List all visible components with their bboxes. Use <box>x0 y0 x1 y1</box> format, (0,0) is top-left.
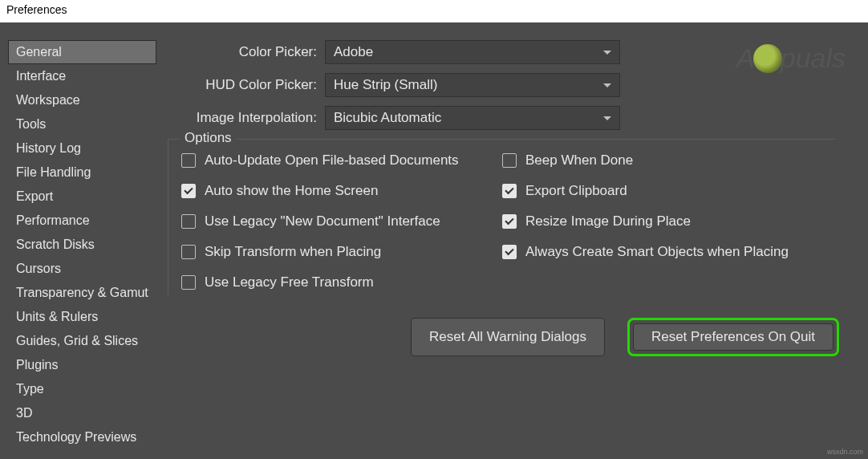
sidebar-item-label: File Handling <box>16 165 91 180</box>
checkbox-icon <box>502 245 517 259</box>
label-image-interpolation: Image Interpolation: <box>156 110 325 126</box>
checkbox-legacy-new-document[interactable]: Use Legacy "New Document" Interface <box>181 213 502 229</box>
checkbox-beep-when-done[interactable]: Beep When Done <box>502 152 822 169</box>
watermark-text-post: puals <box>781 43 846 74</box>
sidebar-item-interface[interactable]: Interface <box>8 64 156 88</box>
label-hud-color-picker: HUD Color Picker: <box>156 77 325 93</box>
dropdown-color-picker[interactable]: Adobe <box>325 40 620 64</box>
sidebar-item-label: History Log <box>16 141 81 156</box>
sidebar-item-performance[interactable]: Performance <box>8 209 156 233</box>
sidebar-item-label: Guides, Grid & Slices <box>16 334 138 348</box>
checkbox-icon <box>181 245 196 259</box>
checkbox-icon <box>181 214 196 229</box>
watermark-icon <box>753 44 782 73</box>
checkbox-export-clipboard[interactable]: Export Clipboard <box>502 183 822 199</box>
sidebar-item-scratch-disks[interactable]: Scratch Disks <box>8 233 156 257</box>
sidebar-item-label: Units & Rulers <box>16 310 98 324</box>
sidebar-item-label: Plugins <box>16 358 58 372</box>
options-fieldset: Options Auto-Update Open File-based Docu… <box>168 139 835 295</box>
checkbox-label: Resize Image During Place <box>525 213 691 229</box>
options-grid: Auto-Update Open File-based Documents Be… <box>181 152 822 290</box>
checkbox-label: Auto show the Home Screen <box>205 183 378 199</box>
checkbox-create-smart-objects[interactable]: Always Create Smart Objects when Placing <box>502 244 822 260</box>
sidebar-item-workspace[interactable]: Workspace <box>8 88 156 112</box>
row-image-interpolation: Image Interpolation: Bicubic Automatic <box>156 106 858 130</box>
sidebar-item-export[interactable]: Export <box>8 185 156 209</box>
checkbox-label: Beep When Done <box>525 152 633 169</box>
checkbox-label: Use Legacy Free Transform <box>205 274 374 290</box>
checkbox-icon <box>181 275 196 290</box>
sidebar-item-cursors[interactable]: Cursors <box>8 257 156 281</box>
sidebar-item-units-rulers[interactable]: Units & Rulers <box>8 305 156 329</box>
sidebar-item-label: Cursors <box>16 262 61 276</box>
sidebar: General Interface Workspace Tools Histor… <box>0 22 156 459</box>
checkbox-label: Auto-Update Open File-based Documents <box>205 152 459 169</box>
reset-warnings-button[interactable]: Reset All Warning Dialogs <box>411 318 605 356</box>
checkbox-legacy-free-transform[interactable]: Use Legacy Free Transform <box>181 274 502 290</box>
checkbox-resize-during-place[interactable]: Resize Image During Place <box>502 213 822 229</box>
button-row: Reset All Warning Dialogs Reset Preferen… <box>156 318 858 356</box>
checkmark-icon <box>505 246 513 255</box>
checkbox-label: Always Create Smart Objects when Placing <box>525 244 789 260</box>
sidebar-item-label: Export <box>16 189 53 204</box>
sidebar-item-history-log[interactable]: History Log <box>8 136 156 160</box>
checkbox-icon <box>181 153 196 168</box>
sidebar-item-label: Interface <box>16 69 66 83</box>
sidebar-item-type[interactable]: Type <box>8 377 156 401</box>
preferences-window: Preferences General Interface Workspace … <box>0 0 868 459</box>
chevron-down-icon <box>603 83 611 87</box>
sidebar-item-tools[interactable]: Tools <box>8 112 156 136</box>
sidebar-item-label: Scratch Disks <box>16 238 95 252</box>
sidebar-item-technology-previews[interactable]: Technology Previews <box>8 425 156 449</box>
dropdown-value: Bicubic Automatic <box>334 110 441 126</box>
sidebar-item-label: 3D <box>16 406 32 420</box>
checkbox-auto-update-documents[interactable]: Auto-Update Open File-based Documents <box>181 152 502 169</box>
dropdown-image-interpolation[interactable]: Bicubic Automatic <box>325 106 620 130</box>
row-hud-color-picker: HUD Color Picker: Hue Strip (Small) <box>156 73 858 97</box>
chevron-down-icon <box>603 116 611 120</box>
checkbox-icon <box>502 214 517 229</box>
checkbox-auto-show-home[interactable]: Auto show the Home Screen <box>181 183 502 199</box>
highlight-box: Reset Preferences On Quit <box>627 318 839 356</box>
checkbox-label: Use Legacy "New Document" Interface <box>205 213 440 229</box>
titlebar: Preferences <box>0 0 868 22</box>
sidebar-item-label: Workspace <box>16 93 80 108</box>
watermark-text-pre: A <box>736 43 755 74</box>
sidebar-item-label: Type <box>16 382 44 396</box>
sidebar-item-label: Technology Previews <box>16 430 136 445</box>
sidebar-item-file-handling[interactable]: File Handling <box>8 160 156 185</box>
dropdown-hud-color-picker[interactable]: Hue Strip (Small) <box>325 73 620 97</box>
window-title: Preferences <box>6 3 67 16</box>
watermark-logo: A puals <box>736 43 846 74</box>
dropdown-value: Hue Strip (Small) <box>334 77 437 93</box>
sidebar-item-general[interactable]: General <box>8 40 156 64</box>
main-panel: A puals Color Picker: Adobe HUD Color Pi… <box>156 22 868 459</box>
window-body: General Interface Workspace Tools Histor… <box>0 22 868 459</box>
label-color-picker: Color Picker: <box>156 44 325 60</box>
sidebar-item-label: Tools <box>16 117 46 132</box>
checkmark-icon <box>505 216 513 225</box>
checkmark-icon <box>505 185 513 194</box>
sidebar-item-label: Performance <box>16 213 90 228</box>
dropdown-value: Adobe <box>334 44 373 60</box>
reset-preferences-button[interactable]: Reset Preferences On Quit <box>633 323 834 351</box>
checkbox-skip-transform-placing[interactable]: Skip Transform when Placing <box>181 244 502 260</box>
checkbox-icon <box>502 184 517 198</box>
chevron-down-icon <box>603 51 611 55</box>
sidebar-item-label: General <box>16 45 62 59</box>
sidebar-item-plugins[interactable]: Plugins <box>8 353 156 377</box>
options-legend: Options <box>180 130 237 146</box>
checkbox-icon <box>181 184 196 198</box>
checkmark-icon <box>184 185 193 194</box>
checkbox-icon <box>502 153 517 168</box>
sidebar-item-transparency-gamut[interactable]: Transparency & Gamut <box>8 281 156 305</box>
sidebar-item-guides-grid-slices[interactable]: Guides, Grid & Slices <box>8 329 156 353</box>
checkbox-label: Skip Transform when Placing <box>205 244 381 260</box>
checkbox-label: Export Clipboard <box>525 183 627 199</box>
sidebar-item-3d[interactable]: 3D <box>8 401 156 425</box>
sidebar-item-label: Transparency & Gamut <box>16 286 148 300</box>
footer-watermark: wsxdn.com <box>827 448 863 456</box>
